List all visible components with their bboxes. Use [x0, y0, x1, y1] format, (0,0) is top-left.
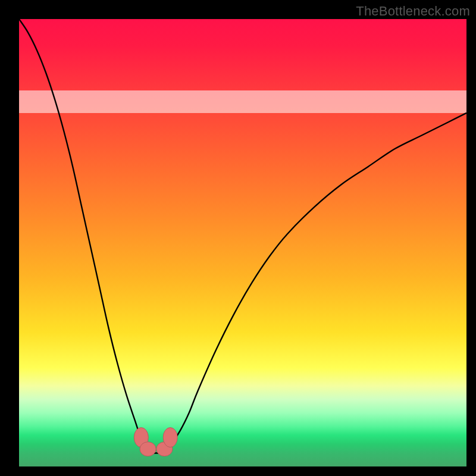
watermark-text: TheBottleneck.com: [356, 4, 470, 19]
marker-right-outer: [163, 428, 177, 447]
marker-left-inner: [140, 442, 156, 456]
curve-layer: [19, 19, 466, 466]
curve-left-branch: [19, 19, 149, 449]
chart-stage: TheBottleneck.com: [0, 0, 476, 476]
curve-right-branch: [167, 113, 466, 449]
marker-group: [134, 428, 177, 456]
plot-area: [19, 19, 466, 466]
